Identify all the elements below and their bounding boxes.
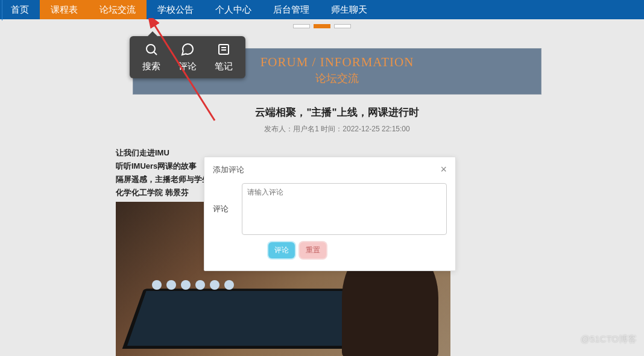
tool-label: 评论: [178, 61, 197, 72]
svg-point-0: [147, 45, 155, 53]
close-icon: ×: [440, 163, 447, 175]
watermark: @51CTO博客: [581, 334, 637, 345]
popover-arrow: [148, 31, 157, 36]
modal-close-button[interactable]: ×: [440, 163, 447, 176]
slider-dot[interactable]: [334, 24, 351, 28]
nav-chat[interactable]: 师生聊天: [320, 0, 378, 19]
slider-dot[interactable]: [314, 24, 330, 28]
tool-search[interactable]: 搜索: [133, 42, 169, 72]
note-icon: [216, 42, 231, 61]
nav-profile[interactable]: 个人中心: [204, 0, 262, 19]
tool-note[interactable]: 笔记: [206, 42, 242, 72]
reset-comment-button[interactable]: 重置: [300, 242, 326, 258]
nav-forum[interactable]: 论坛交流: [89, 0, 147, 19]
grid-icons: [152, 280, 234, 290]
top-nav: 首页 课程表 论坛交流 学校公告 个人中心 后台管理 师生聊天: [0, 0, 644, 19]
comment-icon: [180, 42, 195, 61]
comment-field-label: 评论: [213, 183, 242, 214]
ruler-mark: [2, 0, 2, 20]
submit-comment-button[interactable]: 评论: [268, 242, 295, 258]
add-comment-modal: 添加评论 × 评论 评论 重置: [204, 157, 456, 271]
article-title: 云端相聚，"主播"上线，网课进行时: [133, 105, 541, 119]
nav-notice[interactable]: 学校公告: [147, 0, 204, 19]
nav-schedule[interactable]: 课程表: [40, 0, 89, 19]
tool-popover: 搜索 评论 笔记: [130, 36, 245, 78]
comment-textarea[interactable]: [242, 183, 447, 235]
tool-comment[interactable]: 评论: [169, 42, 206, 72]
nav-home[interactable]: 首页: [0, 0, 40, 19]
svg-line-1: [154, 52, 157, 55]
tool-label: 笔记: [215, 61, 233, 72]
search-icon: [144, 42, 159, 61]
slider-dot[interactable]: [293, 24, 310, 28]
article-meta: 发布人：用户名1 时间：2022-12-25 22:15:00: [133, 124, 541, 134]
modal-title: 添加评论: [213, 164, 244, 175]
nav-admin[interactable]: 后台管理: [262, 0, 320, 19]
slider-indicator: [293, 24, 351, 28]
tool-label: 搜索: [142, 61, 160, 72]
